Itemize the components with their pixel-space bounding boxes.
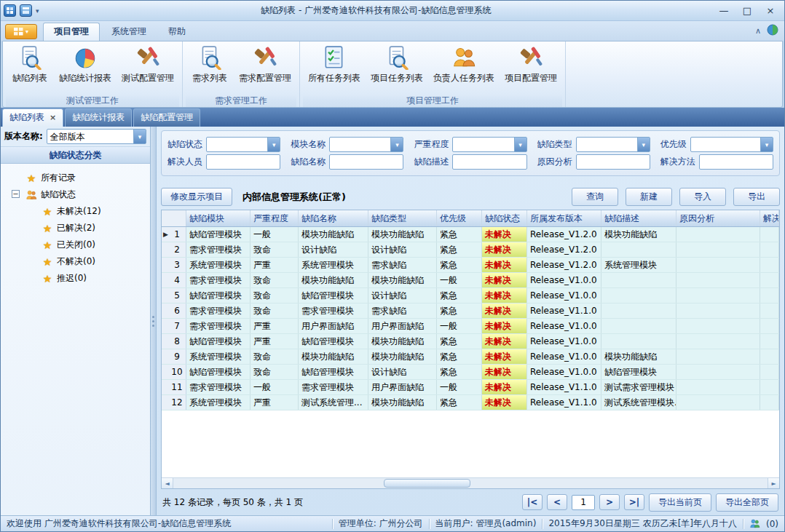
grid-cell[interactable]: Release_V1.2.0	[527, 258, 601, 272]
defect-name-filter[interactable]	[329, 154, 403, 170]
grid-cell[interactable]: 未解决	[482, 303, 527, 318]
chevron-down-icon[interactable]: ▾	[637, 138, 650, 151]
grid-cell[interactable]: 一般	[437, 273, 482, 287]
grid-cell[interactable]: 模块功能缺陷	[368, 349, 437, 364]
grid-cell[interactable]: 模块功能缺陷	[368, 395, 437, 410]
grid-cell[interactable]	[601, 319, 676, 333]
column-header[interactable]: 严重程度	[251, 210, 299, 226]
tree-item[interactable]: ★未解决(12)	[1, 203, 150, 220]
table-row[interactable]: 3系统管理模块严重系统管理模块需求缺陷紧急未解决Release_V1.2.0系统…	[162, 258, 779, 273]
ribbon-button[interactable]: 测试配置管理	[117, 44, 179, 86]
grid-cell[interactable]: Release_V1.2.0	[527, 242, 601, 257]
grid-cell[interactable]	[601, 242, 676, 257]
application-menu-button[interactable]: ▾	[5, 24, 37, 39]
grid-cell[interactable]	[760, 288, 779, 303]
grid-cell[interactable]: 测试系统管理...	[299, 395, 368, 410]
ribbon-button[interactable]: 所有任务列表	[303, 44, 366, 86]
grid-cell[interactable]	[601, 334, 676, 349]
grid-cell[interactable]: 致命	[251, 365, 299, 379]
grid-cell[interactable]: 需求缺陷	[368, 303, 437, 318]
grid-cell[interactable]: 系统管理模块	[186, 258, 251, 272]
ribbon-collapse-icon[interactable]: ∧	[755, 26, 761, 36]
grid-cell[interactable]: 系统管理模块	[299, 258, 368, 272]
table-row[interactable]: 9系统管理模块致命模块功能缺陷模块功能缺陷紧急未解决Release_V1.0.0…	[162, 349, 779, 365]
minimize-button[interactable]: —	[713, 4, 735, 18]
column-header[interactable]: 原因分析	[676, 210, 760, 226]
grid-cell[interactable]: 未解决	[482, 227, 527, 242]
chevron-down-icon[interactable]: ▾	[390, 138, 403, 151]
grid-cell[interactable]: 未解决	[482, 273, 527, 287]
sidebar-splitter[interactable]	[151, 127, 157, 515]
grid-cell[interactable]: 未解决	[482, 242, 527, 257]
grid-cell[interactable]: 模块功能缺陷	[299, 273, 368, 287]
grid-cell[interactable]: 致命	[251, 288, 299, 303]
table-row[interactable]: 2需求管理模块致命设计缺陷设计缺陷紧急未解决Release_V1.2.0	[162, 242, 779, 258]
grid-cell[interactable]	[760, 273, 779, 287]
tree-item[interactable]: ★已关闭(0)	[1, 237, 150, 253]
grid-cell[interactable]: 一般	[251, 380, 299, 394]
ribbon-tab[interactable]: 系统管理	[101, 23, 157, 41]
grid-cell[interactable]: 缺陷管理模块	[299, 365, 368, 379]
table-row[interactable]: ▶1缺陷管理模块一般模块功能缺陷模块功能缺陷紧急未解决Release_V1.2.…	[162, 227, 779, 242]
window-menu-icon[interactable]	[20, 4, 32, 17]
priority-filter[interactable]: ▾	[690, 137, 773, 152]
help-icon[interactable]	[767, 24, 778, 38]
grid-cell[interactable]	[760, 380, 779, 394]
grid-cell[interactable]	[760, 303, 779, 318]
ribbon-button[interactable]: 缺陷统计报表	[54, 44, 117, 86]
tree-item[interactable]: −缺陷状态	[1, 186, 150, 203]
grid-cell[interactable]: 一般	[437, 380, 482, 394]
module-name-filter[interactable]: ▾	[329, 137, 403, 152]
grid-cell[interactable]	[676, 227, 760, 242]
grid-cell[interactable]	[676, 273, 760, 287]
defect-desc-filter[interactable]	[452, 154, 526, 170]
tree-item[interactable]: ★不解决(0)	[1, 253, 150, 270]
grid-cell[interactable]: 模块功能缺陷	[299, 349, 368, 364]
grid-cell[interactable]	[676, 258, 760, 272]
column-header[interactable]: 缺陷状态	[482, 210, 527, 226]
horizontal-scrollbar[interactable]: ◄ ►	[162, 477, 779, 488]
grid-cell[interactable]	[601, 288, 676, 303]
column-header[interactable]: 优先级	[437, 210, 482, 226]
grid-cell[interactable]	[760, 242, 779, 257]
grid-cell[interactable]: 需求管理模块	[186, 380, 251, 394]
column-header[interactable]: 缺陷类型	[368, 210, 437, 226]
grid-cell[interactable]: 设计缺陷	[368, 288, 437, 303]
severity-filter[interactable]: ▾	[452, 137, 526, 152]
tree-item[interactable]: ★所有记录	[1, 170, 150, 186]
grid-cell[interactable]: 严重	[251, 334, 299, 349]
grid-cell[interactable]: Release_V1.0.0	[527, 334, 601, 349]
grid-cell[interactable]: 未解决	[482, 349, 527, 364]
ribbon-button[interactable]: 需求配置管理	[234, 44, 296, 86]
import-button[interactable]: 导入	[679, 188, 726, 206]
close-button[interactable]: ×	[760, 4, 781, 18]
grid-cell[interactable]: 致命	[251, 242, 299, 257]
grid-cell[interactable]: 需求管理模块	[186, 273, 251, 287]
ribbon-tab[interactable]: 帮助	[158, 23, 196, 41]
ribbon-tab[interactable]: 项目管理	[43, 23, 100, 41]
grid-cell[interactable]: 未解决	[482, 258, 527, 272]
table-row[interactable]: 11需求管理模块一般需求管理模块用户界面缺陷一般未解决Release_V1.1.…	[162, 380, 779, 395]
next-page-button[interactable]: >	[599, 494, 620, 510]
grid-cell[interactable]: 紧急	[437, 334, 482, 349]
grid-cell[interactable]: 紧急	[437, 227, 482, 242]
grid-cell[interactable]: 未解决	[482, 288, 527, 303]
tree-item[interactable]: ★已解决(2)	[1, 220, 150, 237]
grid-cell[interactable]: 模块功能缺陷	[601, 349, 676, 364]
grid-cell[interactable]: 需求管理模块	[186, 242, 251, 257]
grid-cell[interactable]: Release_V1.0.0	[527, 319, 601, 333]
grid-cell[interactable]	[601, 273, 676, 287]
grid-cell[interactable]	[676, 319, 760, 333]
page-number-input[interactable]	[572, 495, 595, 510]
grid-cell[interactable]: 严重	[251, 258, 299, 272]
grid-cell[interactable]: 未解决	[482, 395, 527, 410]
grid-cell[interactable]	[760, 334, 779, 349]
grid-cell[interactable]	[676, 380, 760, 394]
chevron-down-icon[interactable]: ▾	[133, 130, 146, 143]
grid-cell[interactable]: 缺陷管理模块	[186, 227, 251, 242]
chevron-down-icon[interactable]: ▾	[267, 138, 280, 151]
tree-expander-icon[interactable]: −	[12, 190, 20, 198]
grid-cell[interactable]	[760, 395, 779, 410]
grid-cell[interactable]: 未解决	[482, 334, 527, 349]
resolver-filter[interactable]	[206, 154, 280, 170]
